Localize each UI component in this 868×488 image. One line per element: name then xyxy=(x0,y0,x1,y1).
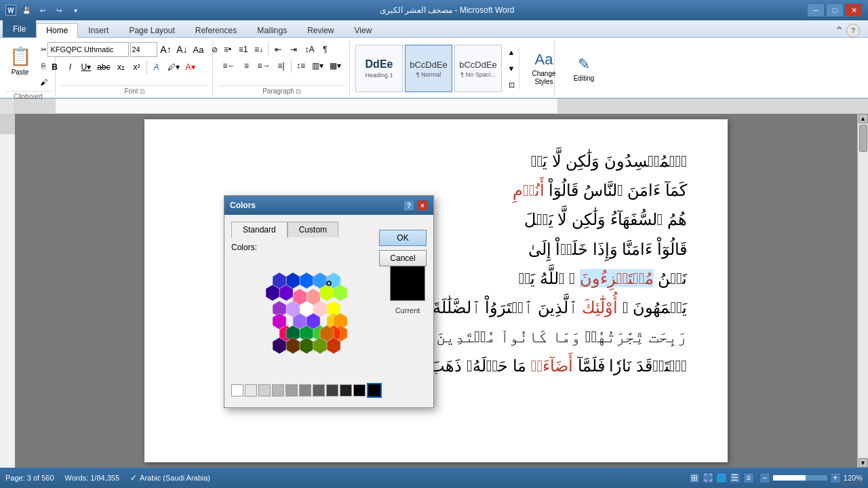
paste-button[interactable]: 📋 Paste xyxy=(5,42,35,80)
tab-view[interactable]: View xyxy=(344,22,382,37)
gray-cell-7[interactable] xyxy=(326,384,338,396)
close-btn[interactable]: ✕ xyxy=(845,3,863,17)
customize-quickaccess-btn[interactable]: ▾ xyxy=(69,4,81,16)
grow-font-btn[interactable]: A↑ xyxy=(159,42,174,57)
text-effects-button[interactable]: A xyxy=(149,60,164,75)
help-btn[interactable]: ? xyxy=(846,24,860,37)
justify-btn[interactable]: ≡| xyxy=(274,58,289,73)
draft-view-btn[interactable]: ≡ xyxy=(743,472,754,483)
dialog-tab-standard[interactable]: Standard xyxy=(231,222,288,238)
styles-scroll-down[interactable]: ▼ xyxy=(504,61,519,76)
font-size-input[interactable] xyxy=(130,42,157,57)
zoom-in-btn[interactable]: + xyxy=(830,472,841,483)
show-hide-btn[interactable]: ¶ xyxy=(318,42,333,57)
tab-page-layout[interactable]: Page Layout xyxy=(119,22,184,37)
shrink-font-btn[interactable]: A↓ xyxy=(175,42,190,57)
tab-insert[interactable]: Insert xyxy=(78,22,119,37)
scroll-up-btn[interactable]: ▲ xyxy=(859,114,868,123)
underline-button[interactable]: U▾ xyxy=(79,60,94,75)
color-honeycomb-svg[interactable] xyxy=(248,255,366,380)
gray-cell-6[interactable] xyxy=(313,384,325,396)
change-styles-button[interactable]: Aa Change Styles xyxy=(524,47,564,89)
maximize-btn[interactable]: □ xyxy=(826,3,844,17)
styles-expand-icon[interactable]: ⊡ xyxy=(859,480,864,487)
heading1-preview: DdEe xyxy=(366,58,393,70)
multilevel-button[interactable]: ≡↓ xyxy=(251,42,266,57)
strikethrough-button[interactable]: abc xyxy=(94,60,113,75)
paste-icon: 📋 xyxy=(9,46,31,67)
tab-home[interactable]: Home xyxy=(36,23,78,38)
outline-view-btn[interactable]: ☰ xyxy=(730,472,741,483)
gray-cell-5[interactable] xyxy=(299,384,311,396)
styles-expand[interactable]: ⊡ xyxy=(504,77,519,92)
paragraph-expand-icon[interactable]: ⊡ xyxy=(296,88,301,95)
gray-cell-1[interactable] xyxy=(245,384,257,396)
subscript-button[interactable]: x₂ xyxy=(114,60,129,75)
font-selector-row: A↑ A↓ Aa ⊘ xyxy=(47,42,222,57)
fullscreen-view-btn[interactable]: ⛶ xyxy=(703,472,713,483)
line-spacing-btn[interactable]: ↕≡ xyxy=(294,58,309,73)
gray-cell-4[interactable] xyxy=(285,384,298,396)
print-view-btn[interactable]: ⊞ xyxy=(689,472,700,483)
ok-button[interactable]: OK xyxy=(379,230,427,246)
help-collapse-btn[interactable]: ⌃ xyxy=(835,24,844,37)
zoom-slider[interactable] xyxy=(773,475,827,481)
zoom-out-btn[interactable]: − xyxy=(760,472,770,483)
style-heading1[interactable]: DdEe Heading 1 xyxy=(355,45,403,92)
italic-button[interactable]: I xyxy=(63,60,78,75)
cancel-button[interactable]: Cancel xyxy=(379,250,427,266)
doc-scroll-area[interactable]: ٱلۡمُفۡسِدُونَ وَلَٰكِن لَّا يَشۡ كَمَآ … xyxy=(15,114,857,468)
tab-references[interactable]: References xyxy=(185,22,247,37)
dialog-help-btn[interactable]: ? xyxy=(403,200,414,211)
scroll-track[interactable] xyxy=(859,123,868,458)
dialog-title-controls: ? × xyxy=(403,200,428,211)
font-color-button[interactable]: A▾ xyxy=(183,60,198,75)
tab-mailings[interactable]: Mailings xyxy=(247,22,297,37)
web-view-btn[interactable]: 🌐 xyxy=(716,472,727,483)
styles-scroll-up[interactable]: ▲ xyxy=(504,45,519,60)
align-center-btn[interactable]: ≡ xyxy=(239,58,254,73)
dialog-close-btn[interactable]: × xyxy=(417,200,428,211)
dialog-title-text: Colors xyxy=(230,201,256,210)
sort-btn[interactable]: ↕A xyxy=(302,42,317,57)
font-expand-icon[interactable]: ⊡ xyxy=(140,88,145,95)
tab-review[interactable]: Review xyxy=(297,22,344,37)
change-case-btn[interactable]: Aa xyxy=(191,42,206,57)
borders-btn[interactable]: ▦▾ xyxy=(327,58,344,73)
gray-cell-8[interactable] xyxy=(340,384,352,396)
superscript-button[interactable]: x² xyxy=(130,60,144,75)
minimize-btn[interactable]: ─ xyxy=(807,3,825,17)
hex-cell[interactable] xyxy=(300,338,313,354)
grayscale-row xyxy=(231,383,382,398)
tab-file[interactable]: File xyxy=(3,20,36,37)
redo-quickaccess-btn[interactable]: ↪ xyxy=(53,4,65,16)
save-quickaccess-btn[interactable]: 💾 xyxy=(20,4,33,16)
selected-color-indicator[interactable] xyxy=(367,383,382,398)
align-right-btn[interactable]: ≡→ xyxy=(255,58,273,73)
hex-cell[interactable] xyxy=(300,272,313,289)
colors-picker-area: New Current xyxy=(231,255,427,401)
bold-button[interactable]: B xyxy=(47,60,62,75)
style-nospacing[interactable]: bCcDdEe ¶ No Spaci... xyxy=(454,45,502,92)
numbering-button[interactable]: ≡1 xyxy=(235,42,250,57)
dialog-tab-custom[interactable]: Custom xyxy=(288,222,338,237)
gray-white[interactable] xyxy=(231,384,243,396)
bullets-button[interactable]: ≡• xyxy=(220,42,235,57)
text-highlight-button[interactable]: 🖊▾ xyxy=(165,60,182,75)
style-normal[interactable]: bCcDdEe ¶ Normal xyxy=(405,45,452,92)
dialog-title-bar: Colors ? × xyxy=(224,196,433,215)
shading-btn[interactable]: ▥▾ xyxy=(309,58,326,73)
undo-quickaccess-btn[interactable]: ↩ xyxy=(37,4,49,16)
editing-button[interactable]: ✎ Editing xyxy=(567,52,601,85)
gray-black[interactable] xyxy=(353,384,366,396)
align-left-btn[interactable]: ≡← xyxy=(220,58,238,73)
gray-cell-3[interactable] xyxy=(272,384,284,396)
font-name-input[interactable] xyxy=(47,42,129,57)
scroll-thumb[interactable] xyxy=(859,125,867,152)
vertical-scrollbar[interactable]: ▲ ▼ xyxy=(857,114,868,468)
decrease-indent-btn[interactable]: ⇤ xyxy=(271,42,285,57)
increase-indent-btn[interactable]: ⇥ xyxy=(286,42,301,57)
nospacing-label: ¶ No Spaci... xyxy=(460,71,495,78)
scroll-down-btn[interactable]: ▼ xyxy=(859,458,868,468)
gray-cell-2[interactable] xyxy=(258,384,271,396)
